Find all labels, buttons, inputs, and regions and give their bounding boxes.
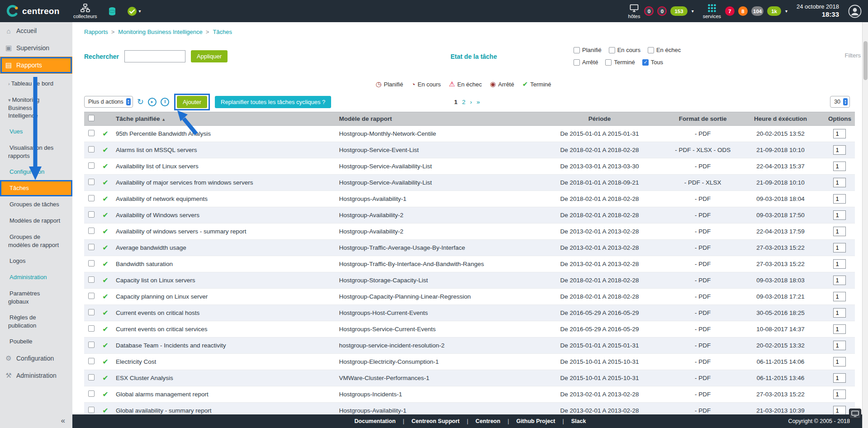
task-name-link[interactable]: Electricity Cost <box>116 358 156 365</box>
row-checkbox[interactable] <box>88 130 95 136</box>
row-checkbox[interactable] <box>88 374 95 380</box>
page-link[interactable]: 2 <box>462 99 465 105</box>
user-avatar-icon[interactable] <box>848 5 862 18</box>
sidebar-subitem[interactable]: ▾Monitoring Business Intelligence <box>0 92 72 124</box>
sidebar-item[interactable]: Administration <box>0 367 72 384</box>
sidebar-subitem[interactable]: Paramètres globaux <box>0 285 72 309</box>
row-checkbox[interactable] <box>88 358 95 364</box>
options-input[interactable] <box>833 341 846 350</box>
row-checkbox[interactable] <box>88 309 95 315</box>
footer-link[interactable]: Slack <box>555 418 586 424</box>
page-link[interactable]: 1 <box>454 99 458 105</box>
services-badge[interactable]: 1k <box>767 6 781 16</box>
options-input[interactable] <box>833 357 846 366</box>
sidebar-subitem[interactable]: Logos <box>0 253 72 269</box>
sidebar-subitem[interactable]: ›Tableau de bord <box>0 76 72 92</box>
fullscreen-button[interactable] <box>849 409 861 419</box>
options-input[interactable] <box>833 129 846 138</box>
per-page-select[interactable]: 30 ▲▼ <box>830 96 850 108</box>
checkbox-icon[interactable] <box>648 47 654 53</box>
row-checkbox[interactable] <box>88 228 95 234</box>
pollers-menu[interactable]: collecteurs <box>73 3 97 19</box>
services-menu[interactable]: services <box>703 3 721 19</box>
hosts-badge[interactable]: 0 <box>657 6 667 16</box>
task-name-link[interactable]: Global availability - summary report <box>116 407 212 414</box>
sidebar-item[interactable]: Accueil <box>0 22 72 39</box>
apply-button[interactable]: Appliquer <box>191 50 228 62</box>
checkbox-icon[interactable] <box>642 59 649 66</box>
options-input[interactable] <box>833 373 846 383</box>
row-checkbox[interactable] <box>88 179 95 185</box>
options-input[interactable] <box>833 292 846 301</box>
services-badge[interactable]: 104 <box>751 6 764 16</box>
add-button[interactable]: Ajouter <box>177 96 207 108</box>
task-state-checkbox[interactable]: Planifié <box>574 47 602 53</box>
sidebar-subitem[interactable]: Vues <box>0 124 72 140</box>
poller-status-menu[interactable]: ▾ <box>127 6 141 16</box>
row-checkbox[interactable] <box>88 211 95 218</box>
sidebar-collapse-button[interactable]: « <box>61 416 65 425</box>
task-name-link[interactable]: 95th Percentile Bandwidth Analysis <box>116 130 211 137</box>
task-state-checkbox[interactable]: Tous <box>642 59 663 66</box>
task-name-link[interactable]: Current events on critical services <box>116 326 208 333</box>
vertical-scrollbar[interactable] <box>862 22 868 428</box>
chevron-down-icon[interactable]: ▾ <box>785 9 787 14</box>
services-badge[interactable]: 8 <box>738 6 748 16</box>
sidebar-subitem[interactable]: Modèles de rapport <box>0 213 72 229</box>
sidebar-item[interactable]: Configuration <box>0 350 72 367</box>
reschedule-cyclic-tasks-button[interactable]: Replanifier toutes les tâches cycliques … <box>215 96 331 108</box>
sidebar-subitem[interactable]: Tâches <box>0 180 72 196</box>
hosts-menu[interactable]: hôtes <box>628 3 640 19</box>
row-checkbox[interactable] <box>88 146 95 152</box>
sidebar-subitem[interactable]: Groupes de tâches <box>0 196 72 213</box>
centreon-logo[interactable]: centreon <box>0 5 68 17</box>
sidebar-item[interactable]: Rapports <box>0 57 72 74</box>
column-header-task[interactable]: Tâche planifiée ▲ <box>112 112 336 126</box>
task-name-link[interactable]: Availability of network equipments <box>116 195 208 202</box>
column-header-format[interactable]: Format de sortie <box>669 112 736 126</box>
breadcrumb-link[interactable]: Tâches <box>206 29 232 35</box>
task-name-link[interactable]: Capacity planning on Linux server <box>116 293 208 300</box>
select-all-checkbox[interactable] <box>88 115 95 121</box>
task-name-link[interactable]: Global alarms management report <box>116 391 209 398</box>
task-state-checkbox[interactable]: Arrêté <box>574 59 598 66</box>
sidebar-subitem[interactable]: Règles de publication <box>0 309 72 333</box>
options-input[interactable] <box>833 210 846 220</box>
row-checkbox[interactable] <box>88 293 95 299</box>
options-input[interactable] <box>833 276 846 285</box>
options-input[interactable] <box>833 406 846 415</box>
task-name-link[interactable]: Database Team - Incidents and reactivity <box>116 342 226 349</box>
sidebar-subitem[interactable]: Groupes de modèles de rapport <box>0 229 72 253</box>
row-checkbox[interactable] <box>88 244 95 250</box>
task-state-checkbox[interactable]: En échec <box>648 47 681 53</box>
checkbox-icon[interactable] <box>574 47 580 53</box>
column-header-period[interactable]: Période <box>530 112 669 126</box>
task-name-link[interactable]: ESX Cluster Analysis <box>116 375 173 381</box>
options-input[interactable] <box>833 194 846 204</box>
options-input[interactable] <box>833 162 846 171</box>
row-checkbox[interactable] <box>88 407 95 413</box>
page-link[interactable]: › <box>470 99 472 105</box>
sidebar-item[interactable]: Supervision <box>0 39 72 57</box>
sidebar-subitem[interactable]: Visualisation des rapports <box>0 140 72 164</box>
options-input[interactable] <box>833 324 846 334</box>
row-checkbox[interactable] <box>88 260 95 266</box>
database-icon[interactable] <box>107 6 117 16</box>
checkbox-icon[interactable] <box>574 59 580 66</box>
footer-link[interactable]: Centreon Support <box>396 418 460 424</box>
hosts-badge[interactable]: 0 <box>644 6 654 16</box>
options-input[interactable] <box>833 178 846 187</box>
footer-link[interactable]: Documentation <box>355 418 396 424</box>
column-header-time[interactable]: Heure d éxécution <box>736 112 825 126</box>
sidebar-subitem[interactable]: Administration <box>0 269 72 285</box>
sidebar-subitem[interactable]: Configuration <box>0 164 72 180</box>
task-name-link[interactable]: Average bandwidth usage <box>116 244 186 251</box>
task-name-link[interactable]: Availability of Windows servers <box>116 212 199 219</box>
footer-link[interactable]: Centreon <box>460 418 500 424</box>
task-name-link[interactable]: Availability list of Linux servers <box>116 163 199 170</box>
task-name-link[interactable]: Alarms list on MSSQL servers <box>116 147 197 153</box>
row-checkbox[interactable] <box>88 195 95 201</box>
row-checkbox[interactable] <box>88 162 95 169</box>
column-header-model[interactable]: Modèle de rapport <box>336 112 530 126</box>
task-state-checkbox[interactable]: Terminé <box>605 59 635 66</box>
